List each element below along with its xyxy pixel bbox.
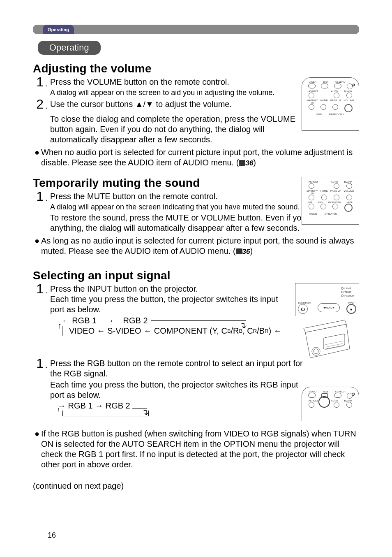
flow-rgb1: RGB 1 [72,316,97,326]
step-sub-text: A dialog will appear on the screen to ai… [50,88,274,97]
rgb-highlight-circle [318,396,330,408]
lbl: VOLUME [344,99,354,102]
bullet-text: If the RGB button is pushed (when switch… [41,429,359,470]
remote-button [334,393,341,398]
lbl: HOME [321,99,328,102]
lbl: FREEZE [309,213,317,215]
step-main-text: Use the cursor buttons ▲/▼ to adjust the… [50,100,232,109]
power-icon: ⏻ [351,390,355,397]
remote-button [334,183,339,189]
continued-next-page: (continued on next page) [33,481,359,491]
remote-button [308,84,316,88]
bullet-text: When no audio port is selected for curre… [41,148,353,167]
manual-ref-icon [236,248,242,254]
step-dot: . [45,357,50,372]
bullet-icon: ● [33,236,41,257]
remote-illustration-mute: ASPECTAUTOBLANK MAGNIFYHOMEPAGE UPVOLUME… [302,177,359,225]
bullet-text: As long as no audio input is selected fo… [41,236,354,255]
remote-button [346,402,352,408]
flow-rgb2: RGB 2 [123,316,148,326]
lbl: ASPECT [309,90,318,93]
step-sub-text: A dialog will appear on the screen indic… [50,203,300,211]
svg-point-1 [314,349,318,354]
remote-button [346,183,352,189]
remote-button [309,104,314,110]
step-main-text: Press the RGB button on the remote contr… [50,359,303,378]
lbl: BLANK [344,399,353,402]
projector-illustration: LAMP TEMP POWER STANDBY/ON ⏻ ◄ MENU ► IN… [295,283,359,361]
remote-button [308,393,316,398]
remote-illustration-volume: ⏻ VIDEORGBSEARCH ASPECTAUTOBLANK MAGNIFY… [302,77,359,131]
remote-button [321,84,328,88]
mute-bullet: ● As long as no audio input is selected … [33,236,359,257]
lbl: BLANK [344,90,353,93]
remote-illustration-rgb: ⏻ VIDEORGBSEARCH ASPECTAUTOBLANK [302,387,359,421]
bullet-icon: ● [33,429,41,470]
remote-button [334,93,339,98]
manual-ref-icon [239,160,245,166]
t: /B [257,326,265,336]
step-dot: . [45,98,50,113]
flow-row2: VIDEO ← S-VIDEO ← COMPONENT (Y, C [69,326,227,336]
heading-volume: Adjusting the volume [33,62,359,75]
remote-button [309,195,314,200]
step-number: 1 [33,357,45,369]
bullet-text-end: ) [253,158,256,167]
step-dot: . [45,283,50,298]
step-main-text: Press the VOLUME button on the remote co… [50,77,229,86]
projector-body-icon [295,283,359,361]
remote-button [346,195,352,200]
lbl: MY BUTTON [325,213,337,215]
t: ) ← [268,326,281,336]
step-main-text: Press the INPUT button on the projector. [50,284,198,293]
input-step1b-body: Each time you press the button, the proj… [50,380,313,400]
lbl: PAGE UP [330,190,341,192]
lbl: BLANK [344,181,353,183]
page-number: 16 [48,531,56,540]
remote-button [309,183,314,189]
step-dot: . [45,190,50,205]
manual-ref-num: 36 [245,159,253,167]
lbl: VOLUME [344,190,354,192]
volume-step2-body: To close the dialog and complete the ope… [50,114,301,145]
lbl: PAGE DOWN [329,113,344,116]
remote-button [334,195,339,200]
step-body-text: Each time you press the button, the proj… [50,295,278,314]
step-dot: . [45,76,50,91]
mute-button-highlight [344,204,353,212]
section-badge: Operating [38,41,101,55]
sub: B [227,326,231,336]
rgb-loop-text: RGB 1 → RGB 2 [68,401,130,410]
remote-button [309,93,314,98]
lbl: ASPECT [309,399,318,402]
step-number: 1 [33,190,45,202]
remote-button [334,402,339,408]
heading-input: Selecting an input signal [33,269,359,282]
step-number: 1 [33,283,45,295]
power-icon: ⏻ [351,80,355,88]
remote-button [309,402,314,408]
remote-button [321,104,326,110]
remote-button [321,204,326,209]
remote-button [334,84,341,88]
input-bullet: ● If the RGB button is pushed (when swit… [33,429,359,470]
remote-button [346,93,352,98]
t: /R [231,326,239,336]
bullet-text-end: ) [250,246,253,255]
remote-button [332,204,338,209]
step-number: 1 [33,76,45,88]
bullet-icon: ● [33,147,41,168]
lbl: END [316,113,322,116]
remote-button [332,104,338,110]
lbl: HOME [321,190,328,192]
volume-bullet: ● When no audio port is selected for cur… [33,147,359,168]
lbl: PAGE UP [330,99,341,102]
sub: R [265,326,268,336]
remote-button [309,204,314,209]
step-number: 2 [33,98,45,110]
remote-button [321,195,327,200]
page-header-bar: Operating [33,25,359,34]
volume-button-highlight [344,104,353,112]
lbl: ASPECT [309,181,318,183]
sub: R [253,326,257,336]
